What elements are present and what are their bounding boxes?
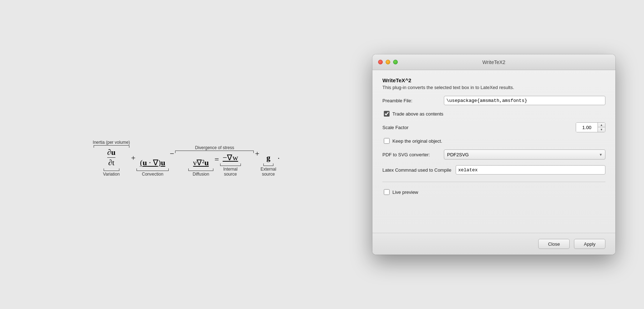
inertia-label: Inertia (per volume) [93,140,130,145]
minus-op: − [170,149,174,158]
latex-compile-label: Latex Commnad used to Compile [382,167,451,173]
variation-label: Variation [103,172,119,177]
inertia-overbrace [94,145,129,148]
equation: Inertia (per volume) ∂u ∂t Variation [93,118,280,191]
pdf-converter-row: PDF to SVG converter: PDF2SVG Inkscape O… [382,149,605,160]
math-equation-area: Inertia (per volume) ∂u ∂t Variation [0,0,372,309]
preamble-row: Preamble File: [382,96,605,105]
scale-value-input[interactable] [576,123,598,132]
preamble-label: Preamble File: [382,98,440,103]
eq-op: = [214,155,219,164]
keep-original-label: Keep the original object. [392,138,442,144]
plus-op-2: + [255,149,259,158]
variation-underbrace [104,168,119,171]
trade-checkbox[interactable] [384,111,390,117]
inertia-group: Inertia (per volume) ∂u ∂t Variation [93,140,130,177]
close-traffic-light[interactable] [378,60,383,64]
scale-stepper: ▲ ▼ [576,122,605,132]
divergence-label: Divergence of stress [195,145,234,150]
pdf-converter-select[interactable]: PDF2SVG Inkscape Other [444,149,605,160]
convection-underbrace [137,168,169,171]
keep-original-checkbox[interactable] [384,138,390,144]
live-preview-row: Live preview [382,189,605,195]
fraction-du-dt: ∂u ∂t [107,148,115,167]
plugin-header: WriteTeX^2 This plug-in converts the sel… [382,77,605,90]
internal-source-content: −∇w [223,153,238,162]
diffusion-label: Diffusion [193,172,209,177]
diffusion-content: ν∇²u [193,158,209,167]
scale-label: Scale Factor [382,125,571,130]
internal-source-term: −∇w Internalsource [220,153,241,177]
plugin-title: WriteTeX^2 [382,77,605,83]
traffic-lights [378,60,398,64]
internal-source-label: Internalsource [223,167,238,177]
maximize-traffic-light[interactable] [393,60,398,64]
keep-original-row: Keep the original object. [382,138,605,144]
divergence-overbrace [175,151,254,153]
latex-compile-input[interactable] [456,165,605,175]
stepper-down-button[interactable]: ▼ [598,127,605,132]
scale-factor-row: Scale Factor ▲ ▼ [382,122,605,132]
external-source-label: Externalsource [261,167,276,177]
close-button[interactable]: Close [538,239,570,249]
diffusion-underbrace [188,168,213,171]
period: . [278,152,280,161]
external-source-content: g [266,153,270,162]
convection-term: (u · ∇)u Convection [137,158,169,177]
pdf-converter-label: PDF to SVG converter: [382,152,440,157]
live-preview-label: Live preview [392,190,418,195]
trade-checkbox-row: Trade above as contents [382,111,605,117]
inertia-content: ∂u ∂t Variation [103,148,119,177]
convection-label: Convection [142,172,163,177]
dialog-content: WriteTeX^2 This plug-in converts the sel… [372,70,615,233]
preamble-input[interactable] [444,96,605,105]
dialog: WriteTeX2 WriteTeX^2 This plug-in conver… [372,54,615,255]
external-source-underbrace [263,163,273,166]
divider [382,182,605,182]
dialog-title: WriteTeX2 [482,59,505,65]
divergence-group: Divergence of stress ν∇²u Diffusion = −∇… [175,145,254,177]
trade-checkbox-label: Trade above as contents [392,111,444,117]
minimize-traffic-light[interactable] [386,60,390,64]
stepper-buttons: ▲ ▼ [598,123,605,132]
dialog-footer: Close Apply [372,233,615,255]
external-source-term: g Externalsource [261,153,276,177]
latex-compile-row: Latex Commnad used to Compile [382,165,605,175]
pdf-converter-select-container: PDF2SVG Inkscape Other ▼ [444,149,605,160]
plugin-description: This plug-in converts the selected text … [382,85,605,90]
titlebar: WriteTeX2 [372,54,615,70]
internal-source-underbrace [220,163,241,166]
stepper-up-button[interactable]: ▲ [598,123,605,127]
plus-op-1: + [131,153,135,163]
live-preview-checkbox[interactable] [384,189,390,195]
divergence-content: ν∇²u Diffusion = −∇w Internalsource [188,153,241,177]
convection-content: (u · ∇)u [140,158,165,167]
variation-term: ∂u ∂t Variation [103,148,119,177]
diffusion-term: ν∇²u Diffusion [188,158,213,177]
apply-button[interactable]: Apply [574,239,605,249]
